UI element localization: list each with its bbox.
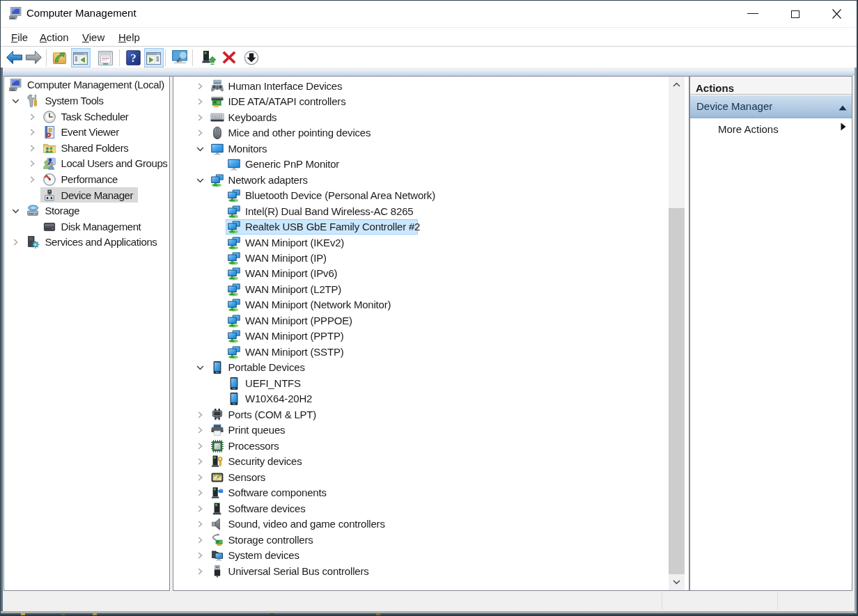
svg-text:?: ? bbox=[130, 51, 136, 64]
